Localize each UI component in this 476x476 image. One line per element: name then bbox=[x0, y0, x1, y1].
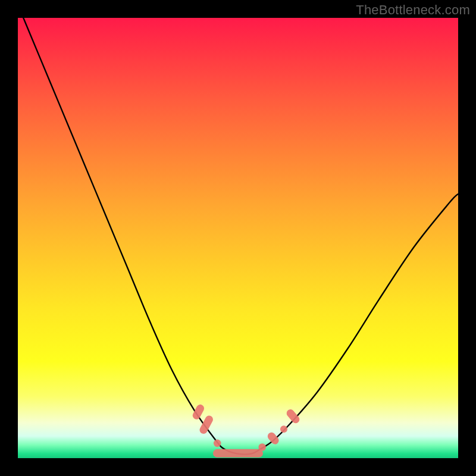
svg-point-4 bbox=[258, 443, 266, 451]
bottleneck-curve bbox=[18, 5, 458, 455]
marker-0 bbox=[191, 403, 205, 421]
svg-point-2 bbox=[214, 440, 221, 447]
bottleneck-path bbox=[18, 5, 458, 455]
svg-rect-3 bbox=[213, 449, 263, 458]
marker-6 bbox=[280, 425, 287, 433]
svg-rect-7 bbox=[285, 408, 301, 425]
outer-frame: TheBottleneck.com bbox=[0, 0, 476, 476]
svg-point-6 bbox=[280, 425, 287, 433]
curve-svg bbox=[18, 18, 458, 458]
marker-1 bbox=[198, 414, 214, 435]
marker-2 bbox=[214, 440, 221, 447]
plot-area bbox=[18, 18, 458, 458]
marker-7 bbox=[285, 408, 301, 425]
svg-rect-0 bbox=[191, 403, 205, 421]
marker-3 bbox=[213, 449, 263, 458]
marker-4 bbox=[258, 443, 266, 451]
watermark-text: TheBottleneck.com bbox=[356, 2, 470, 18]
svg-rect-1 bbox=[198, 414, 214, 435]
